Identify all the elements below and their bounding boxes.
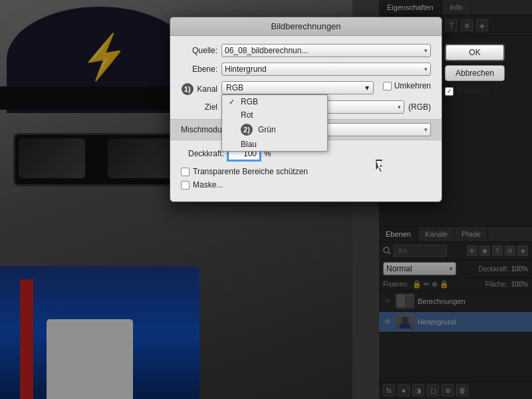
kanal-trigger[interactable]: RGB ▾ — [221, 81, 374, 94]
transparente-row: Transparente Bereiche schützen — [181, 167, 431, 176]
bildberechnungen-dialog: Bildberechnungen OK Abbrechen ✓ Vorschau… — [170, 17, 442, 202]
ziel-label: Ziel — [181, 102, 217, 112]
maske-row: Maske... — [181, 180, 431, 190]
quelle-select[interactable]: 06_08_bildberechnun... ▾ — [221, 44, 431, 57]
kanal-option-rot[interactable]: Rot — [222, 108, 327, 122]
umkehren-row: Umkehren — [383, 81, 431, 90]
kanal-check-rgb: ✓ — [229, 98, 237, 106]
ziel-suffix: (RGB) — [408, 102, 431, 112]
abbrechen-button[interactable]: Abbrechen — [445, 65, 505, 81]
dialog-body: OK Abbrechen ✓ Vorschau Quelle: 06_08_bi… — [170, 36, 442, 201]
maske-label: Maske... — [193, 180, 223, 190]
vorschau-row: ✓ Vorschau — [445, 86, 505, 96]
kanal-current-value: RGB — [226, 83, 243, 92]
kanal-option-label-rgb: RGB — [241, 97, 258, 106]
ebene-arrow-icon: ▾ — [424, 66, 428, 72]
ebene-label: Ebene: — [181, 65, 217, 74]
umkehren-label: Umkehren — [394, 81, 431, 90]
kanal-dropdown-menu: ✓ RGB Rot 2) Grün Blau — [221, 94, 328, 152]
kanal-option-rgb[interactable]: ✓ RGB — [222, 95, 327, 108]
kanal-option-blau[interactable]: Blau — [222, 138, 327, 151]
kanal-option-grün[interactable]: 2) Grün — [222, 122, 327, 138]
ebene-select[interactable]: Hintergrund ▾ — [221, 63, 431, 76]
maske-checkbox[interactable] — [181, 181, 190, 190]
dialog-action-buttons: OK Abbrechen ✓ Vorschau — [445, 44, 505, 96]
kanal-option-label-grün: Grün — [258, 125, 276, 134]
quelle-label: Quelle: — [181, 46, 217, 55]
mischmodus-arrow-icon: ▾ — [424, 126, 428, 133]
kanal-option-label-blau: Blau — [241, 140, 257, 149]
ebene-row: Ebene: Hintergrund ▾ — [181, 63, 431, 76]
ok-button[interactable]: OK — [445, 44, 505, 61]
vorschau-label: Vorschau — [456, 86, 489, 96]
quelle-row: Quelle: 06_08_bildberechnun... ▾ — [181, 44, 431, 57]
kanal-section: 1) Kanal RGB ▾ ✓ RGB Rot — [181, 81, 431, 95]
kanal-trigger-arrow: ▾ — [365, 83, 369, 92]
quelle-value: 06_08_bildberechnun... — [225, 46, 424, 55]
kanal-label: Kanal — [197, 84, 217, 94]
vorschau-checkbox[interactable]: ✓ — [445, 87, 454, 96]
transparente-label: Transparente Bereiche schützen — [193, 167, 308, 176]
umkehren-checkbox[interactable] — [383, 82, 392, 90]
transparente-checkbox[interactable] — [181, 168, 190, 176]
kanal-label-col: 1) Kanal — [181, 81, 217, 95]
ebene-value: Hintergrund — [225, 65, 424, 74]
dialog-title: Bildberechnungen — [170, 17, 442, 36]
quelle-arrow-icon: ▾ — [424, 47, 428, 54]
ziel-arrow-icon: ▾ — [398, 104, 401, 110]
deckkraft-label: Deckkraft: — [181, 149, 224, 158]
kanal-option-label-rot: Rot — [241, 110, 253, 120]
ziel-step-badge-inline: 2) — [241, 124, 253, 136]
kanal-dropdown[interactable]: RGB ▾ ✓ RGB Rot 2) Grün — [221, 81, 374, 94]
kanal-step-badge: 1) — [182, 83, 194, 95]
